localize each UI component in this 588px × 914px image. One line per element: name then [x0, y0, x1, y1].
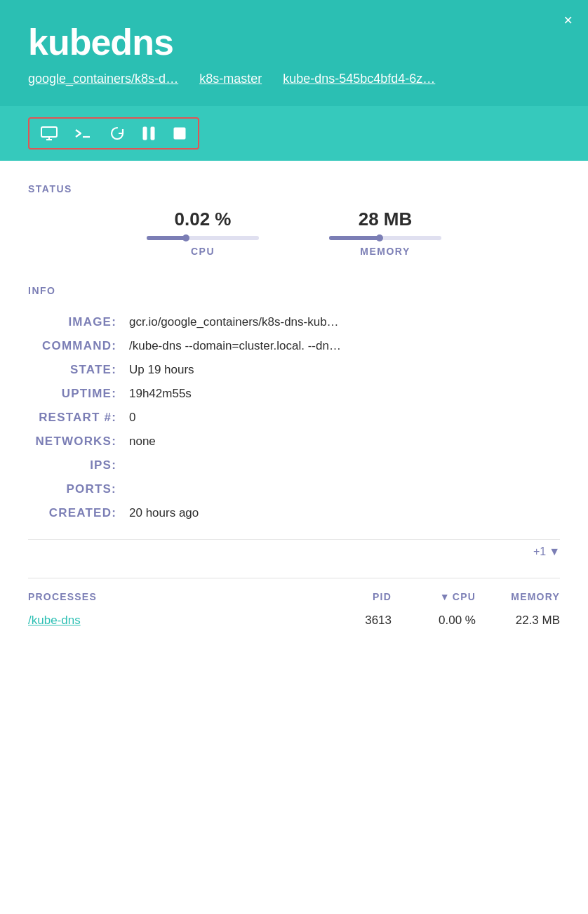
info-label-cell: IPS:	[28, 453, 126, 477]
process-memory: 22.3 MB	[476, 614, 560, 628]
cpu-bar	[147, 236, 186, 240]
info-value-cell: none	[126, 430, 560, 453]
info-row: UPTIME:19h42m55s	[28, 382, 560, 406]
memory-bar	[329, 236, 380, 240]
pause-button[interactable]	[140, 124, 157, 143]
info-row: IPS:	[28, 453, 560, 477]
processes-section: PROCESSES PID ▼ CPU MEMORY /kube-dns3613…	[28, 578, 560, 632]
info-row: CREATED:20 hours ago	[28, 501, 560, 525]
info-label-cell: IMAGE:	[28, 310, 126, 334]
col-cpu-label: CPU	[453, 591, 476, 602]
info-row: COMMAND:/kube-dns --domain=cluster.local…	[28, 334, 560, 358]
info-row: STATE:Up 19 hours	[28, 358, 560, 382]
info-label-cell: CREATED:	[28, 501, 126, 525]
expand-row: +1 ▼	[28, 539, 560, 564]
memory-metric: 28 MB MEMORY	[329, 208, 441, 257]
memory-bar-container	[329, 236, 441, 240]
cpu-bar-container	[147, 236, 259, 240]
expand-arrow-icon: ▼	[549, 545, 560, 558]
info-row: PORTS:	[28, 477, 560, 501]
memory-value: 28 MB	[359, 208, 413, 230]
col-processes-label: PROCESSES	[28, 591, 307, 602]
header-links: google_containers/k8s-d… k8s-master kube…	[28, 72, 560, 86]
restart-button[interactable]	[108, 124, 126, 143]
stop-button[interactable]	[171, 125, 188, 142]
memory-label: MEMORY	[360, 246, 410, 257]
info-table: IMAGE:gcr.io/google_containers/k8s-dns-k…	[28, 310, 560, 525]
svg-rect-6	[174, 128, 185, 139]
info-label-cell: COMMAND:	[28, 334, 126, 358]
status-section-title: STATUS	[28, 183, 560, 194]
terminal-button[interactable]	[73, 126, 94, 141]
info-label-cell: UPTIME:	[28, 382, 126, 406]
process-rows: /kube-dns36130.00 %22.3 MB	[28, 609, 560, 632]
info-value-cell: gcr.io/google_containers/k8s-dns-kub…	[126, 310, 560, 334]
info-label-cell: NETWORKS:	[28, 430, 126, 453]
info-label-cell: RESTART #:	[28, 406, 126, 430]
link-containers[interactable]: google_containers/k8s-d…	[28, 72, 178, 86]
info-row: RESTART #:0	[28, 406, 560, 430]
expand-button[interactable]: +1 ▼	[533, 545, 560, 558]
link-kubedns[interactable]: kube-dns-545bc4bfd4-6z…	[283, 72, 435, 86]
link-master[interactable]: k8s-master	[199, 72, 262, 86]
expand-label: +1	[533, 545, 546, 558]
cpu-value: 0.02 %	[175, 208, 232, 230]
col-pid-header: PID	[307, 591, 392, 602]
toolbar	[28, 117, 199, 150]
info-row: IMAGE:gcr.io/google_containers/k8s-dns-k…	[28, 310, 560, 334]
cpu-label: CPU	[191, 246, 215, 257]
modal-container: × kubedns google_containers/k8s-d… k8s-m…	[0, 0, 588, 914]
svg-rect-4	[143, 127, 147, 140]
info-value-cell: 20 hours ago	[126, 501, 560, 525]
info-value-cell: 19h42m55s	[126, 382, 560, 406]
toolbar-area	[0, 106, 588, 161]
info-value-cell	[126, 453, 560, 477]
info-value-cell	[126, 477, 560, 501]
process-pid: 3613	[307, 614, 392, 628]
process-name[interactable]: /kube-dns	[28, 614, 307, 628]
process-row: /kube-dns36130.00 %22.3 MB	[28, 609, 560, 632]
modal-body: STATUS 0.02 % CPU 28 MB MEMORY INFO	[0, 161, 588, 914]
info-label-cell: STATE:	[28, 358, 126, 382]
info-value-cell: Up 19 hours	[126, 358, 560, 382]
process-cpu: 0.00 %	[392, 614, 476, 628]
col-cpu-header[interactable]: ▼ CPU	[392, 591, 476, 602]
modal-title: kubedns	[28, 21, 560, 63]
close-button[interactable]: ×	[563, 13, 573, 28]
info-value-cell: 0	[126, 406, 560, 430]
col-memory-header: MEMORY	[476, 591, 560, 602]
cpu-metric: 0.02 % CPU	[147, 208, 259, 257]
svg-rect-5	[151, 127, 154, 140]
svg-rect-0	[41, 127, 57, 137]
processes-header: PROCESSES PID ▼ CPU MEMORY	[28, 591, 560, 609]
sort-arrow-icon: ▼	[440, 591, 450, 602]
monitor-button[interactable]	[39, 125, 59, 142]
modal-header: × kubedns google_containers/k8s-d… k8s-m…	[0, 0, 588, 106]
info-section-title: INFO	[28, 285, 560, 296]
info-label-cell: PORTS:	[28, 477, 126, 501]
metrics-row: 0.02 % CPU 28 MB MEMORY	[28, 208, 560, 257]
info-row: NETWORKS:none	[28, 430, 560, 453]
info-value-cell: /kube-dns --domain=cluster.local. --dn…	[126, 334, 560, 358]
